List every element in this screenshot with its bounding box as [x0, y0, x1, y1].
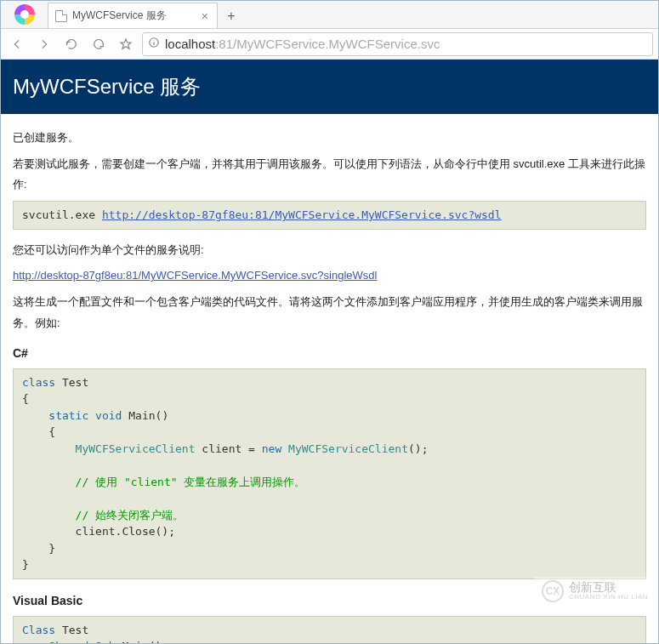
- back-button[interactable]: [6, 33, 28, 55]
- page-title: MyWCFService 服务: [1, 60, 658, 114]
- browser-logo: [1, 0, 48, 28]
- page-icon: [55, 10, 67, 22]
- favorite-button[interactable]: [115, 33, 137, 55]
- page-content: MyWCFService 服务 已创建服务。 若要测试此服务，需要创建一个客户端…: [1, 60, 658, 643]
- tab-bar: MyWCFService 服务 × +: [1, 1, 658, 29]
- watermark-line1: 创新互联: [569, 581, 648, 594]
- forward-button[interactable]: [33, 33, 55, 55]
- browser-tab[interactable]: MyWCFService 服务 ×: [48, 3, 218, 28]
- site-info-icon[interactable]: [148, 37, 160, 51]
- watermark-line2: CHUANG XIN HU LIAN: [569, 594, 648, 601]
- watermark-icon: CX: [542, 580, 564, 602]
- svg-marker-1: [121, 39, 131, 48]
- nav-bar: localhost:81/MyWCFService.MyWCFService.s…: [1, 29, 658, 60]
- vb-code-box: Class Test Shared Sub Main() Dim client …: [13, 616, 646, 644]
- single-wsdl-link[interactable]: http://desktop-87gf8eu:81/MyWCFService.M…: [13, 269, 377, 282]
- generation-instruction: 这将生成一个配置文件和一个包含客户端类的代码文件。请将这两个文件添加到客户端应用…: [13, 292, 646, 333]
- single-file-instruction: 您还可以访问作为单个文件的服务说明:: [13, 240, 646, 261]
- tab-title: MyWCFService 服务: [72, 9, 167, 23]
- url-text: localhost:81/MyWCFService.MyWCFService.s…: [165, 37, 440, 51]
- created-text: 已创建服务。: [13, 128, 646, 149]
- csharp-label: C#: [13, 342, 646, 365]
- close-tab-icon[interactable]: ×: [200, 9, 210, 24]
- url-bar[interactable]: localhost:81/MyWCFService.MyWCFService.s…: [142, 32, 653, 56]
- watermark: CX 创新互联 CHUANG XIN HU LIAN: [535, 577, 655, 606]
- new-tab-button[interactable]: +: [219, 4, 243, 28]
- csharp-code-box: class Test { static void Main() { MyWCFS…: [13, 368, 646, 579]
- test-instruction: 若要测试此服务，需要创建一个客户端，并将其用于调用该服务。可以使用下列语法，从命…: [13, 154, 646, 196]
- wsdl-link[interactable]: http://desktop-87gf8eu:81/MyWCFService.M…: [102, 208, 502, 221]
- undo-nav-button[interactable]: [88, 33, 110, 55]
- svg-point-0: [20, 10, 29, 19]
- svcutil-code-box: svcutil.exe http://desktop-87gf8eu:81/My…: [13, 201, 646, 230]
- reload-button[interactable]: [60, 33, 82, 55]
